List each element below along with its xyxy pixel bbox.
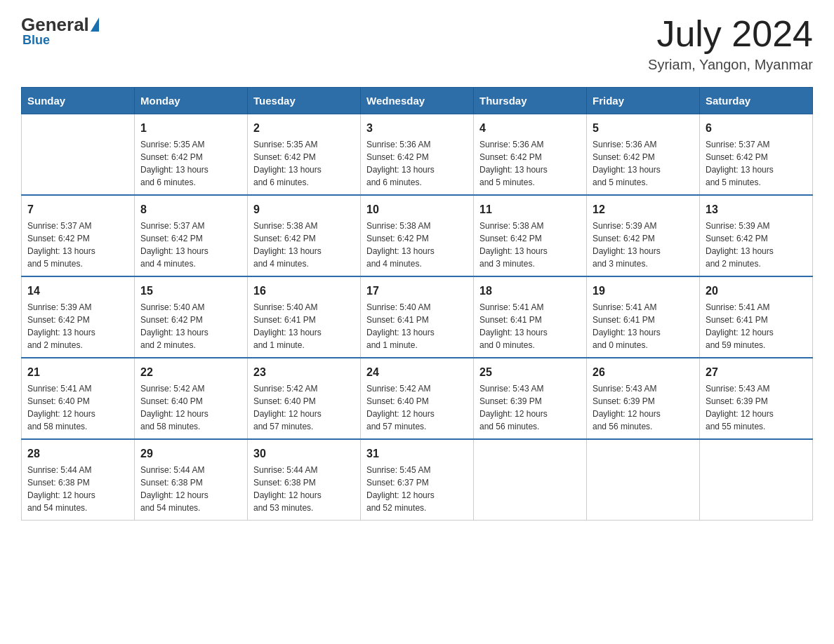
day-number: 13 — [706, 201, 807, 218]
calendar-cell: 21Sunrise: 5:41 AMSunset: 6:40 PMDayligh… — [22, 358, 135, 439]
column-header-saturday: Saturday — [700, 88, 813, 114]
day-number: 7 — [27, 201, 128, 218]
calendar-cell — [700, 439, 813, 521]
calendar-cell: 14Sunrise: 5:39 AMSunset: 6:42 PMDayligh… — [22, 276, 135, 358]
logo-blue: Blue — [22, 33, 50, 48]
day-number: 18 — [479, 283, 581, 300]
title-section: July 2024 Syriam, Yangon, Myanmar — [648, 14, 813, 73]
calendar-cell: 10Sunrise: 5:38 AMSunset: 6:42 PMDayligh… — [361, 195, 474, 276]
day-number: 9 — [253, 201, 355, 218]
calendar-header: SundayMondayTuesdayWednesdayThursdayFrid… — [22, 88, 813, 114]
logo-triangle-icon — [91, 18, 99, 32]
day-info: Sunrise: 5:44 AMSunset: 6:38 PMDaylight:… — [140, 464, 241, 514]
day-info: Sunrise: 5:40 AMSunset: 6:42 PMDaylight:… — [140, 301, 241, 351]
calendar-row: 1Sunrise: 5:35 AMSunset: 6:42 PMDaylight… — [22, 114, 813, 196]
day-number: 3 — [366, 120, 468, 137]
day-info: Sunrise: 5:38 AMSunset: 6:42 PMDaylight:… — [479, 220, 581, 270]
day-info: Sunrise: 5:45 AMSunset: 6:37 PMDaylight:… — [366, 464, 468, 514]
calendar-cell: 22Sunrise: 5:42 AMSunset: 6:40 PMDayligh… — [135, 358, 248, 439]
calendar-cell: 19Sunrise: 5:41 AMSunset: 6:41 PMDayligh… — [587, 276, 700, 358]
calendar-cell: 11Sunrise: 5:38 AMSunset: 6:42 PMDayligh… — [474, 195, 587, 276]
day-info: Sunrise: 5:37 AMSunset: 6:42 PMDaylight:… — [140, 220, 241, 270]
column-header-sunday: Sunday — [22, 88, 135, 114]
calendar-cell: 18Sunrise: 5:41 AMSunset: 6:41 PMDayligh… — [474, 276, 587, 358]
calendar-cell: 25Sunrise: 5:43 AMSunset: 6:39 PMDayligh… — [474, 358, 587, 439]
day-number: 26 — [593, 364, 694, 381]
calendar-cell: 1Sunrise: 5:35 AMSunset: 6:42 PMDaylight… — [135, 114, 248, 196]
day-info: Sunrise: 5:36 AMSunset: 6:42 PMDaylight:… — [366, 138, 468, 189]
day-info: Sunrise: 5:39 AMSunset: 6:42 PMDaylight:… — [27, 301, 128, 351]
calendar-cell: 12Sunrise: 5:39 AMSunset: 6:42 PMDayligh… — [587, 195, 700, 276]
day-info: Sunrise: 5:36 AMSunset: 6:42 PMDaylight:… — [479, 138, 581, 189]
day-info: Sunrise: 5:41 AMSunset: 6:40 PMDaylight:… — [27, 382, 128, 433]
day-number: 27 — [706, 364, 807, 381]
calendar-cell: 15Sunrise: 5:40 AMSunset: 6:42 PMDayligh… — [135, 276, 248, 358]
column-header-thursday: Thursday — [474, 88, 587, 114]
calendar-row: 7Sunrise: 5:37 AMSunset: 6:42 PMDaylight… — [22, 195, 813, 276]
day-number: 2 — [253, 120, 355, 137]
day-info: Sunrise: 5:38 AMSunset: 6:42 PMDaylight:… — [366, 220, 468, 270]
calendar-cell: 8Sunrise: 5:37 AMSunset: 6:42 PMDaylight… — [135, 195, 248, 276]
calendar-cell: 24Sunrise: 5:42 AMSunset: 6:40 PMDayligh… — [361, 358, 474, 439]
calendar-cell: 30Sunrise: 5:44 AMSunset: 6:38 PMDayligh… — [248, 439, 361, 521]
day-number: 31 — [366, 445, 468, 462]
calendar-cell: 27Sunrise: 5:43 AMSunset: 6:39 PMDayligh… — [700, 358, 813, 439]
day-number: 29 — [140, 445, 241, 462]
calendar-cell: 20Sunrise: 5:41 AMSunset: 6:41 PMDayligh… — [700, 276, 813, 358]
day-info: Sunrise: 5:40 AMSunset: 6:41 PMDaylight:… — [253, 301, 355, 351]
day-number: 11 — [479, 201, 581, 218]
day-info: Sunrise: 5:41 AMSunset: 6:41 PMDaylight:… — [479, 301, 581, 351]
day-number: 5 — [593, 120, 694, 137]
calendar-cell: 31Sunrise: 5:45 AMSunset: 6:37 PMDayligh… — [361, 439, 474, 521]
day-number: 17 — [366, 283, 468, 300]
day-info: Sunrise: 5:43 AMSunset: 6:39 PMDaylight:… — [479, 382, 581, 433]
calendar-table: SundayMondayTuesdayWednesdayThursdayFrid… — [21, 87, 813, 521]
day-info: Sunrise: 5:35 AMSunset: 6:42 PMDaylight:… — [140, 138, 241, 189]
day-info: Sunrise: 5:43 AMSunset: 6:39 PMDaylight:… — [706, 382, 807, 433]
day-number: 28 — [27, 445, 128, 462]
day-info: Sunrise: 5:37 AMSunset: 6:42 PMDaylight:… — [706, 138, 807, 189]
day-number: 4 — [479, 120, 581, 137]
calendar-cell — [474, 439, 587, 521]
day-number: 6 — [706, 120, 807, 137]
day-number: 22 — [140, 364, 241, 381]
day-number: 10 — [366, 201, 468, 218]
day-number: 16 — [253, 283, 355, 300]
day-number: 12 — [593, 201, 694, 218]
calendar-cell: 13Sunrise: 5:39 AMSunset: 6:42 PMDayligh… — [700, 195, 813, 276]
day-number: 25 — [479, 364, 581, 381]
day-number: 23 — [253, 364, 355, 381]
day-info: Sunrise: 5:36 AMSunset: 6:42 PMDaylight:… — [593, 138, 694, 189]
day-number: 30 — [253, 445, 355, 462]
calendar-cell — [22, 114, 135, 196]
calendar-cell: 23Sunrise: 5:42 AMSunset: 6:40 PMDayligh… — [248, 358, 361, 439]
day-info: Sunrise: 5:42 AMSunset: 6:40 PMDaylight:… — [140, 382, 241, 433]
day-number: 24 — [366, 364, 468, 381]
calendar-cell: 7Sunrise: 5:37 AMSunset: 6:42 PMDaylight… — [22, 195, 135, 276]
calendar-cell: 16Sunrise: 5:40 AMSunset: 6:41 PMDayligh… — [248, 276, 361, 358]
day-number: 21 — [27, 364, 128, 381]
calendar-row: 28Sunrise: 5:44 AMSunset: 6:38 PMDayligh… — [22, 439, 813, 521]
day-info: Sunrise: 5:39 AMSunset: 6:42 PMDaylight:… — [706, 220, 807, 270]
day-number: 8 — [140, 201, 241, 218]
calendar-cell: 17Sunrise: 5:40 AMSunset: 6:41 PMDayligh… — [361, 276, 474, 358]
day-info: Sunrise: 5:42 AMSunset: 6:40 PMDaylight:… — [253, 382, 355, 433]
day-info: Sunrise: 5:41 AMSunset: 6:41 PMDaylight:… — [706, 301, 807, 351]
day-info: Sunrise: 5:37 AMSunset: 6:42 PMDaylight:… — [27, 220, 128, 270]
column-header-friday: Friday — [587, 88, 700, 114]
day-info: Sunrise: 5:40 AMSunset: 6:41 PMDaylight:… — [366, 301, 468, 351]
calendar-cell: 29Sunrise: 5:44 AMSunset: 6:38 PMDayligh… — [135, 439, 248, 521]
day-info: Sunrise: 5:39 AMSunset: 6:42 PMDaylight:… — [593, 220, 694, 270]
calendar-cell: 9Sunrise: 5:38 AMSunset: 6:42 PMDaylight… — [248, 195, 361, 276]
logo: General Blue — [21, 14, 99, 48]
day-number: 14 — [27, 283, 128, 300]
calendar-body: 1Sunrise: 5:35 AMSunset: 6:42 PMDaylight… — [22, 114, 813, 521]
header-row: SundayMondayTuesdayWednesdayThursdayFrid… — [22, 88, 813, 114]
day-info: Sunrise: 5:35 AMSunset: 6:42 PMDaylight:… — [253, 138, 355, 189]
calendar-row: 21Sunrise: 5:41 AMSunset: 6:40 PMDayligh… — [22, 358, 813, 439]
calendar-cell: 5Sunrise: 5:36 AMSunset: 6:42 PMDaylight… — [587, 114, 700, 196]
day-number: 19 — [593, 283, 694, 300]
day-info: Sunrise: 5:38 AMSunset: 6:42 PMDaylight:… — [253, 220, 355, 270]
calendar-cell: 28Sunrise: 5:44 AMSunset: 6:38 PMDayligh… — [22, 439, 135, 521]
location-subtitle: Syriam, Yangon, Myanmar — [648, 57, 813, 73]
